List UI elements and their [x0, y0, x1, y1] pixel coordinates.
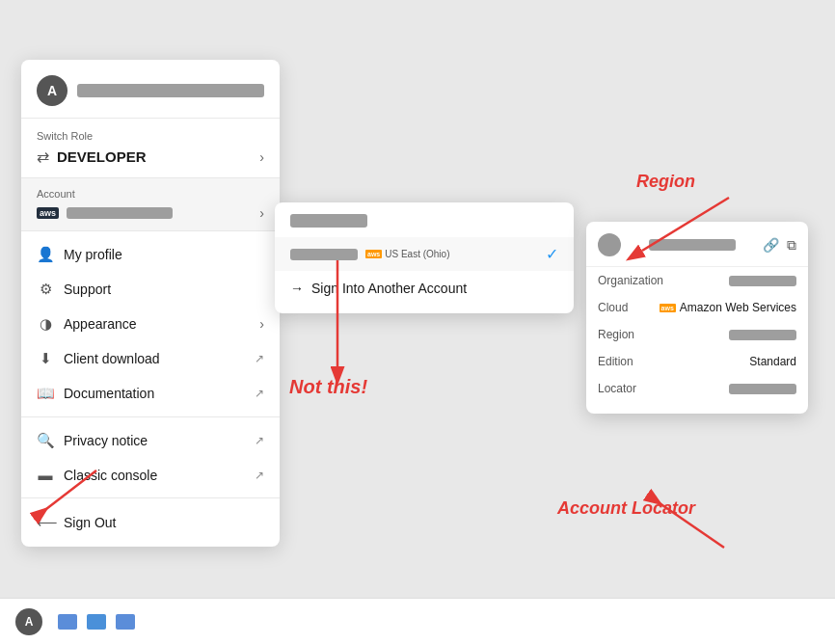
- aws-badge: aws: [37, 207, 59, 219]
- download-icon: ⬇: [37, 350, 54, 367]
- organization-label: Organization: [598, 274, 663, 287]
- menu-items-group-1: 👤 My profile ⚙ Support ◑ Appearance › ⬇ …: [21, 231, 280, 417]
- info-header-icons: 🔗 ⧉: [763, 237, 796, 254]
- account-left: aws: [37, 207, 173, 219]
- locator-label: Locator: [598, 382, 636, 395]
- appearance-chevron-icon: ›: [259, 316, 264, 332]
- link-icon[interactable]: 🔗: [763, 237, 779, 254]
- menu-item-client-download[interactable]: ⬇ Client download ↗: [21, 341, 280, 376]
- account-name-placeholder: [67, 207, 173, 219]
- account-chevron-icon: ›: [259, 205, 264, 221]
- menu-item-left: ⚙ Support: [37, 281, 111, 298]
- menu-item-label: Client download: [64, 351, 160, 366]
- cloud-value-group: aws Amazon Web Services: [660, 301, 796, 314]
- organization-row: Organization: [586, 267, 808, 294]
- menu-item-privacy-notice[interactable]: 🔍 Privacy notice ↗: [21, 423, 280, 458]
- switch-role-item[interactable]: ⇄ DEVELOPER ›: [37, 146, 264, 168]
- account-label: Account: [37, 188, 264, 200]
- support-icon: ⚙: [37, 281, 54, 298]
- region-text: US East (Ohio): [385, 249, 449, 259]
- menu-item-left: 🔍 Privacy notice: [37, 432, 148, 449]
- edition-label: Edition: [598, 355, 633, 368]
- switch-role-icon: ⇄: [37, 148, 49, 166]
- edition-value: Standard: [749, 355, 796, 368]
- external-link-icon: ↗: [255, 469, 264, 482]
- privacy-icon: 🔍: [37, 432, 54, 449]
- arrow-region-svg: [633, 193, 748, 270]
- copy-icon[interactable]: ⧉: [787, 237, 796, 254]
- switch-role-left: ⇄ DEVELOPER: [37, 148, 147, 166]
- menu-item-label: My profile: [64, 247, 122, 262]
- avatar-row: A: [21, 60, 280, 119]
- dropdown-header-placeholder: [290, 214, 367, 228]
- cloud-row: Cloud aws Amazon Web Services: [586, 294, 808, 321]
- cloud-value: Amazon Web Services: [680, 301, 796, 314]
- taskbar-icon-2[interactable]: [87, 614, 106, 630]
- menu-item-label: Privacy notice: [64, 433, 148, 448]
- region-row: Region: [586, 321, 808, 348]
- avatar: A: [37, 75, 67, 106]
- menu-item-left: ◑ Appearance: [37, 315, 137, 333]
- switch-role-label: Switch Role: [37, 130, 264, 142]
- region-label: Region: [598, 328, 634, 341]
- chevron-right-icon: ›: [259, 149, 264, 165]
- external-link-icon: ↗: [255, 352, 264, 365]
- svg-line-6: [647, 495, 724, 548]
- organization-value-placeholder: [729, 276, 796, 286]
- dropdown-aws-region: aws US East (Ohio): [365, 249, 449, 259]
- menu-item-label: Documentation: [64, 386, 154, 401]
- menu-item-support[interactable]: ⚙ Support: [21, 272, 280, 307]
- taskbar-icon-3[interactable]: [116, 614, 135, 630]
- account-item: aws ›: [37, 205, 264, 221]
- avatar-letter: A: [47, 83, 57, 98]
- menu-item-label: Support: [64, 282, 111, 297]
- account-section[interactable]: Account aws ›: [21, 178, 280, 231]
- info-avatar: [598, 233, 621, 256]
- menu-item-my-profile[interactable]: 👤 My profile: [21, 237, 280, 272]
- switch-role-name: DEVELOPER: [57, 148, 147, 165]
- menu-item-label: Appearance: [64, 316, 137, 332]
- menu-item-left: 👤 My profile: [37, 246, 122, 263]
- taskbar-icon-1[interactable]: [58, 614, 77, 630]
- cloud-aws-badge: aws: [660, 304, 676, 312]
- region-annotation: Region: [636, 172, 695, 192]
- profile-icon: 👤: [37, 246, 54, 263]
- avatar-name-placeholder: [77, 84, 264, 97]
- svg-line-3: [642, 198, 729, 251]
- dropdown-name-placeholder: [290, 249, 358, 260]
- menu-item-left: 📖 Documentation: [37, 385, 154, 402]
- menu-item-left: ⬇ Client download: [37, 350, 160, 367]
- arrow-locator-svg: [637, 490, 753, 567]
- switch-role-section: Switch Role ⇄ DEVELOPER ›: [21, 119, 280, 178]
- docs-icon: 📖: [37, 385, 54, 402]
- locator-value-placeholder: [729, 384, 796, 394]
- bottom-taskbar: A: [0, 598, 835, 644]
- edition-row: Edition Standard: [586, 348, 808, 375]
- region-value-placeholder: [729, 330, 796, 340]
- aws-small-badge: aws: [365, 250, 382, 258]
- external-link-icon: ↗: [255, 387, 264, 400]
- appearance-icon: ◑: [37, 315, 54, 333]
- arrow-sidebar-svg: [19, 461, 135, 538]
- taskbar-avatar[interactable]: A: [15, 608, 42, 635]
- cloud-label: Cloud: [598, 301, 628, 314]
- dropdown-item-left: aws US East (Ohio): [290, 249, 449, 260]
- external-link-icon: ↗: [255, 434, 264, 447]
- menu-item-documentation[interactable]: 📖 Documentation ↗: [21, 376, 280, 411]
- menu-item-appearance[interactable]: ◑ Appearance ›: [21, 307, 280, 341]
- arrow-not-this-svg: [299, 260, 376, 386]
- locator-row: Locator: [586, 375, 808, 402]
- taskbar-icons: [58, 614, 135, 630]
- svg-line-8: [34, 470, 96, 519]
- taskbar-avatar-letter: A: [25, 615, 34, 629]
- selected-checkmark-icon: ✓: [546, 245, 558, 263]
